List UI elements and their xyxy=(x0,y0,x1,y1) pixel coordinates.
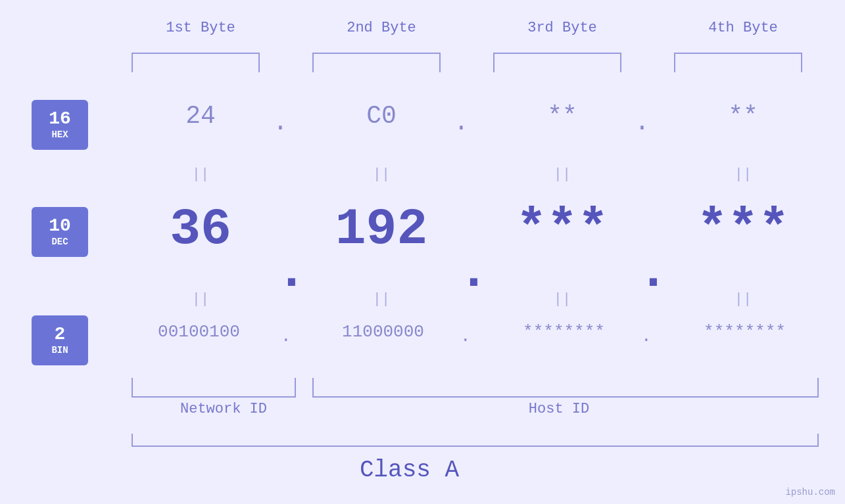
hex-value-col3: ** xyxy=(483,102,641,130)
network-id-bracket xyxy=(132,378,296,398)
eq-hex-dec-col3: || xyxy=(483,166,641,183)
top-bracket-col2 xyxy=(312,53,441,72)
class-bracket xyxy=(132,434,819,447)
dec-value-col1: 36 xyxy=(122,200,279,258)
eq-hex-dec-col4: || xyxy=(664,166,822,183)
dec-value-col2: 192 xyxy=(302,200,460,258)
eq-dec-bin-col1: || xyxy=(122,291,279,308)
bin-dot-3: . xyxy=(641,327,652,346)
bin-value-col1: 00100100 xyxy=(102,322,296,342)
dec-base-number: 10 xyxy=(49,217,71,235)
dec-value-col4: *** xyxy=(664,200,822,258)
host-id-label: Host ID xyxy=(460,401,658,417)
top-bracket-col1 xyxy=(132,53,260,72)
eq-hex-dec-col1: || xyxy=(122,166,279,183)
bin-base-number: 2 xyxy=(55,325,66,344)
hex-value-col2: C0 xyxy=(302,102,460,130)
eq-dec-bin-col2: || xyxy=(302,291,460,308)
bin-value-col4: ******** xyxy=(648,322,842,342)
bin-base-label: BIN xyxy=(51,345,68,355)
hex-dot-3: . xyxy=(635,108,650,137)
bin-dot-1: . xyxy=(281,327,291,346)
hex-dot-1: . xyxy=(273,108,288,137)
main-container: 16 HEX 10 DEC 2 BIN 1st Byte 2nd Byte 3r… xyxy=(0,0,845,504)
top-bracket-col4 xyxy=(674,53,802,72)
bin-value-col2: 11000000 xyxy=(286,322,480,342)
host-id-bracket xyxy=(312,378,819,398)
watermark: ipshu.com xyxy=(785,487,835,497)
dec-badge: 10 DEC xyxy=(32,207,88,257)
network-id-label: Network ID xyxy=(151,401,296,417)
bin-value-col3: ******** xyxy=(467,322,661,342)
dec-value-col3: *** xyxy=(483,200,641,258)
class-label: Class A xyxy=(0,457,819,484)
bin-badge: 2 BIN xyxy=(32,315,88,365)
hex-base-label: HEX xyxy=(51,129,68,140)
col3-header: 3rd Byte xyxy=(483,20,641,36)
col2-header: 2nd Byte xyxy=(302,20,460,36)
bin-dot-2: . xyxy=(460,327,471,346)
col4-header: 4th Byte xyxy=(664,20,822,36)
eq-hex-dec-col2: || xyxy=(302,166,460,183)
hex-base-number: 16 xyxy=(49,110,71,128)
hex-dot-2: . xyxy=(454,108,469,137)
col1-header: 1st Byte xyxy=(122,20,279,36)
top-bracket-col3 xyxy=(493,53,621,72)
eq-dec-bin-col3: || xyxy=(483,291,641,308)
hex-value-col4: ** xyxy=(664,102,822,130)
eq-dec-bin-col4: || xyxy=(664,291,822,308)
hex-badge: 16 HEX xyxy=(32,100,88,150)
hex-value-col1: 24 xyxy=(122,102,279,130)
dec-base-label: DEC xyxy=(51,237,68,247)
